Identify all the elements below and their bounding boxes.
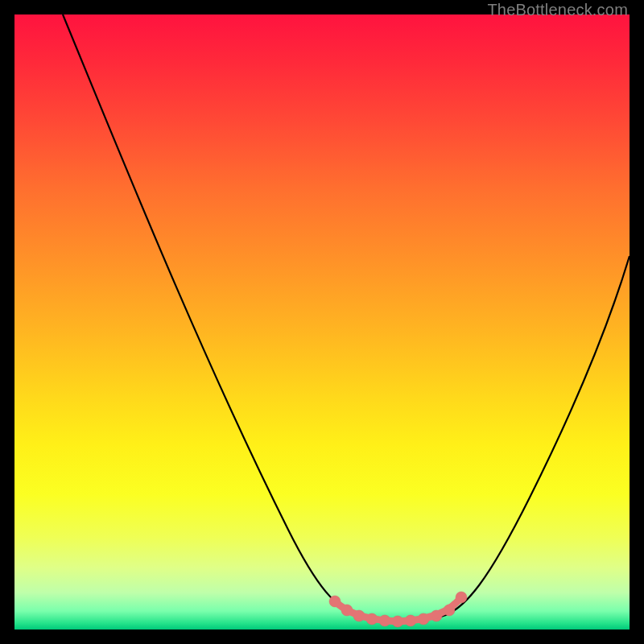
plot-area	[14, 14, 630, 630]
chart-frame: TheBottleneck.com	[0, 0, 644, 644]
curve-right-arm	[441, 256, 630, 617]
watermark-text: TheBottleneck.com	[487, 1, 628, 19]
curve-left-arm	[63, 14, 361, 617]
bottleneck-curve	[14, 14, 630, 630]
